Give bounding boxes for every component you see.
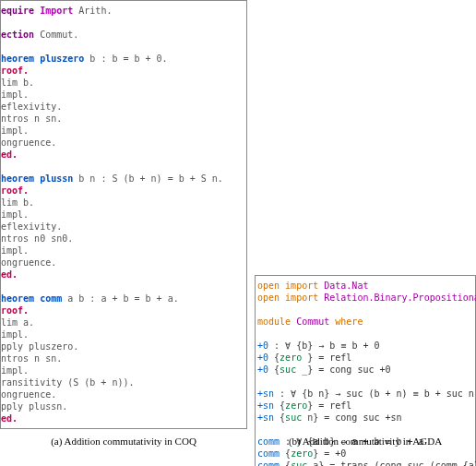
- coq-line: impl.: [1, 209, 244, 221]
- coq-line: roof.: [1, 185, 244, 197]
- agda-line: +0 : ∀ {b} → b ≡ b + 0: [257, 340, 473, 352]
- agda-line: comm {suc a} = trans (cong suc (comm {a}…: [257, 460, 473, 466]
- agda-line: [257, 304, 473, 316]
- coq-line: heorem comm a b : a + b = b + a.: [1, 293, 244, 305]
- agda-line: open import Data.Nat: [257, 280, 473, 292]
- coq-line: pply pluszero.: [1, 341, 244, 352]
- agda-line: open import Relation.Binary.Propositiona…: [257, 292, 473, 304]
- coq-line: ntros n sn.: [1, 352, 244, 364]
- agda-line: module Commut where: [257, 316, 473, 328]
- coq-line: lim b.: [1, 197, 244, 209]
- agda-line: +0 {zero } = refl: [257, 352, 473, 364]
- coq-line: heorem plussn b n : S (b + n) = b + S n.: [1, 173, 244, 185]
- coq-line: ed.: [1, 412, 244, 424]
- code-panel-coq: equire Import Arith. ection Commut. heor…: [0, 0, 247, 429]
- agda-line: [257, 328, 473, 340]
- coq-line: eflexivity.: [1, 221, 244, 233]
- coq-line: ongruence.: [1, 388, 244, 400]
- coq-line: impl.: [1, 89, 244, 101]
- caption-b: (b) Addition commutativity in AGDA: [255, 436, 476, 447]
- coq-line: ed.: [1, 269, 244, 281]
- coq-line: [1, 281, 244, 293]
- coq-line: [1, 41, 244, 53]
- caption-a: (a) Addition commutativity in COQ: [0, 436, 247, 447]
- coq-line: [1, 17, 244, 29]
- coq-line: eflexivity.: [1, 101, 244, 113]
- coq-line: ongruence.: [1, 137, 244, 149]
- coq-line: impl.: [1, 245, 244, 257]
- agda-line: +sn : ∀ {b n} → suc (b + n) ≡ b + suc n: [257, 388, 473, 400]
- coq-line: ntros n sn.: [1, 113, 244, 125]
- coq-line: ection Commut.: [1, 29, 244, 41]
- coq-line: roof.: [1, 305, 244, 317]
- coq-line: ntros n0 sn0.: [1, 233, 244, 245]
- coq-line: ransitivity (S (b + n)).: [1, 376, 244, 388]
- coq-line: impl.: [1, 364, 244, 376]
- coq-line: ongruence.: [1, 257, 244, 269]
- coq-line: equire Import Arith.: [1, 5, 244, 17]
- agda-line: [257, 424, 473, 436]
- agda-line: +0 {suc _} = cong suc +0: [257, 364, 473, 376]
- agda-line: [257, 376, 473, 388]
- coq-line: heorem pluszero b : b = b + 0.: [1, 53, 244, 65]
- coq-line: roof.: [1, 65, 244, 77]
- coq-line: pply plussn.: [1, 400, 244, 412]
- agda-line: comm {zero} = +0: [257, 448, 473, 460]
- coq-line: [1, 161, 244, 173]
- agda-line: +sn {zero} = refl: [257, 400, 473, 412]
- coq-line: lim b.: [1, 77, 244, 89]
- coq-line: lim a.: [1, 317, 244, 329]
- coq-line: impl.: [1, 125, 244, 137]
- coq-line: impl.: [1, 329, 244, 341]
- coq-line: ed.: [1, 149, 244, 161]
- agda-line: +sn {suc n} = cong suc +sn: [257, 412, 473, 424]
